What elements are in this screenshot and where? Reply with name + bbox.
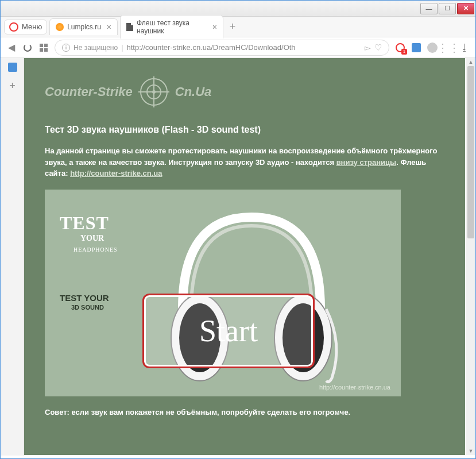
translate-side-icon[interactable] — [8, 63, 17, 72]
label-test: TEST — [60, 213, 118, 234]
tab-close-icon[interactable]: × — [212, 22, 217, 32]
tab-title: Флеш тест звука наушник — [137, 19, 207, 35]
scrollbar[interactable]: ▲ ▼ — [466, 58, 475, 455]
crosshair-icon — [138, 76, 169, 107]
tip-label: Совет: — [45, 408, 69, 416]
test-label-block: TEST YOUR HEADPHONES — [60, 213, 118, 253]
reload-icon — [24, 44, 32, 52]
test-3d-block: TEST YOUR 3D SOUND — [60, 293, 109, 311]
scroll-thumb[interactable] — [467, 66, 474, 238]
side-panel: + — [1, 58, 24, 456]
back-button[interactable]: ◀ — [6, 43, 17, 53]
intro-text: На данной странице вы сможете протестиро… — [45, 145, 444, 179]
favicon-doc-icon — [126, 23, 133, 31]
send-icon[interactable]: ▻ — [365, 43, 371, 52]
label-headphones: HEADPHONES — [73, 246, 118, 253]
profile-icon[interactable] — [427, 43, 438, 53]
flash-url-label: http://counter-strike.cn.ua — [319, 384, 390, 391]
window-titlebar: — ☐ ✕ — [1, 1, 475, 17]
start-button[interactable]: Start — [142, 294, 315, 368]
heart-icon[interactable]: ♡ — [374, 43, 382, 53]
url-text: http://counter-strike.cn.ua/DreamHC/Down… — [127, 43, 361, 52]
speed-dial-button[interactable] — [38, 43, 49, 53]
browser-window: — ☐ ✕ Меню Lumpics.ru × Флеш тест звука … — [0, 0, 476, 459]
window-controls: — ☐ ✕ — [420, 3, 474, 14]
logo-text-right: Cn.Ua — [175, 84, 212, 99]
tab-flash-test[interactable]: Флеш тест звука наушник × — [120, 15, 223, 38]
new-tab-button[interactable]: + — [226, 20, 239, 34]
label-3d-sound: 3D SOUND — [71, 304, 109, 311]
reload-button[interactable] — [22, 43, 33, 53]
page-content: Counter-Strike Cn.Ua Тест 3D звука наушн… — [24, 58, 465, 455]
site-logo: Counter-Strike Cn.Ua — [45, 76, 455, 107]
add-side-button[interactable]: + — [9, 80, 16, 92]
translate-extension-icon[interactable] — [411, 43, 421, 53]
security-label: Не защищено — [73, 44, 118, 52]
opera-logo-icon — [9, 22, 18, 32]
opera-menu-button[interactable]: Меню — [4, 20, 47, 34]
easy-setup-icon[interactable]: ⋮⋮ — [443, 43, 454, 53]
page-title: Тест 3D звука наушников (Flash - 3D soun… — [45, 125, 455, 135]
scroll-down-icon[interactable]: ▼ — [466, 447, 475, 455]
speed-dial-icon — [40, 44, 48, 52]
url-field[interactable]: i Не защищено | http://counter-strike.cn… — [55, 40, 389, 56]
close-button[interactable]: ✕ — [457, 3, 474, 14]
menu-label: Меню — [22, 22, 42, 31]
start-label: Start — [199, 313, 258, 349]
link-site-url[interactable]: http://counter-strike.cn.ua — [70, 169, 162, 178]
label-test-your: TEST YOUR — [60, 293, 109, 303]
scroll-up-icon[interactable]: ▲ — [466, 58, 475, 66]
label-your: YOUR — [80, 234, 118, 243]
tab-close-icon[interactable]: × — [107, 22, 111, 32]
downloads-icon[interactable]: ⭳ — [459, 43, 470, 53]
tab-lumpics[interactable]: Lumpics.ru × — [49, 18, 118, 35]
opera-extension-icon[interactable]: 1 — [395, 43, 405, 53]
maximize-button[interactable]: ☐ — [439, 3, 456, 14]
logo-text-left: Counter-Strike — [45, 84, 133, 99]
minimize-button[interactable]: — — [420, 3, 438, 14]
tab-bar: Меню Lumpics.ru × Флеш тест звука наушни… — [1, 17, 475, 37]
link-bottom-page[interactable]: внизу страницы — [336, 158, 397, 167]
page-viewport: Counter-Strike Cn.Ua Тест 3D звука наушн… — [24, 58, 465, 455]
tab-title: Lumpics.ru — [67, 23, 101, 31]
tip-text: Совет: если звук вам покажется не объёмн… — [45, 407, 444, 418]
info-icon: i — [62, 44, 70, 52]
favicon-lumpics-icon — [56, 23, 64, 31]
address-bar: ◀ i Не защищено | http://counter-strike.… — [1, 37, 475, 58]
